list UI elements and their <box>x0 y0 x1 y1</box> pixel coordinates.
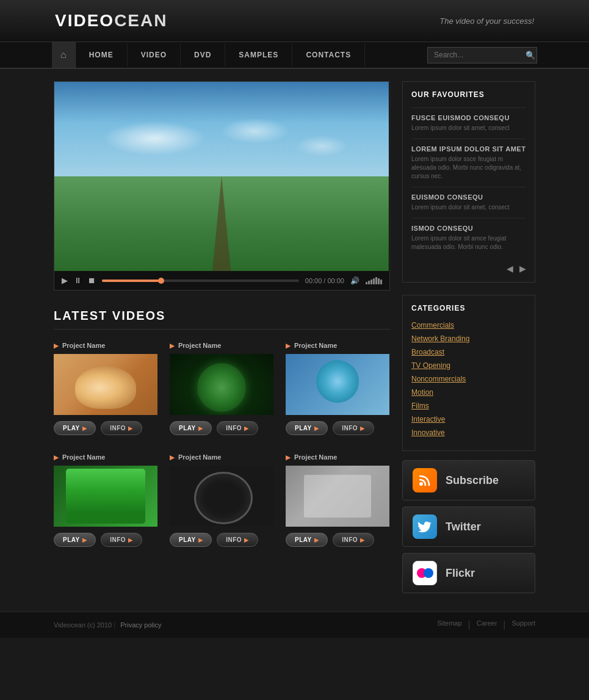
progress-bar[interactable] <box>102 280 299 282</box>
play-button-5[interactable]: PLAY ▶ <box>170 533 212 547</box>
video-actions-6: PLAY ▶ INFO ▶ <box>286 533 389 547</box>
video-thumb-2[interactable] <box>170 354 273 415</box>
video-card-2: ▶ Project Name PLAY ▶ INFO ▶ <box>170 342 273 435</box>
cat-commercials[interactable]: Commercials <box>411 321 526 330</box>
cat-noncommercials[interactable]: Noncommercials <box>411 375 526 383</box>
svg-point-0 <box>419 482 423 486</box>
fav-next-button[interactable]: ▶ <box>519 264 526 273</box>
logo-suffix: CEAN <box>114 11 167 30</box>
video-player: ▶ ⏸ ⏹ 00:00 / 00:00 🔊 <box>54 81 390 290</box>
subscribe-button[interactable]: Subscribe <box>402 460 535 500</box>
header: VIDEOCEAN The video of your success! <box>0 0 589 42</box>
video-thumb-5[interactable] <box>170 466 273 527</box>
fav-title-3: EUISMOD CONSEQU <box>411 193 526 201</box>
video-actions-5: PLAY ▶ INFO ▶ <box>170 533 273 547</box>
flickr-button[interactable]: Flickr <box>402 553 535 593</box>
video-thumb-6[interactable] <box>286 466 389 527</box>
cat-interactive[interactable]: Interactive <box>411 415 526 424</box>
nav-item-video[interactable]: VIDEO <box>128 43 181 67</box>
fav-item-4: ISMOD CONSEQU Lorem ipsum dolor sit amce… <box>411 218 526 258</box>
info-button-6[interactable]: INFO ▶ <box>333 533 374 547</box>
flickr-icon <box>413 561 437 585</box>
cat-films[interactable]: Films <box>411 402 526 410</box>
volume-bars <box>366 277 382 284</box>
cat-innovative[interactable]: Innovative <box>411 428 526 437</box>
arrow-icon-3: ▶ <box>286 342 291 349</box>
video-card-3: ▶ Project Name PLAY ▶ INFO ▶ <box>286 342 389 435</box>
nav-item-contacts[interactable]: CONTACTS <box>292 43 365 67</box>
vol-bar-6 <box>378 278 380 284</box>
video-controls: ▶ ⏸ ⏹ 00:00 / 00:00 🔊 <box>54 271 389 290</box>
cat-network-branding[interactable]: Network Branding <box>411 334 526 343</box>
video-card-title-3: ▶ Project Name <box>286 342 389 349</box>
navigation: ⌂ HOME VIDEO DVD SAMPLES CONTACTS 🔍 <box>0 42 589 69</box>
footer-career-link[interactable]: Career <box>477 619 497 630</box>
volume-icon[interactable]: 🔊 <box>350 276 360 285</box>
subscribe-label: Subscribe <box>446 474 499 487</box>
fav-navigation: ◀ ▶ <box>411 258 526 273</box>
video-screen <box>54 82 389 271</box>
info-button-4[interactable]: INFO ▶ <box>101 533 142 547</box>
flickr-label: Flickr <box>446 567 475 580</box>
cat-broadcast[interactable]: Broadcast <box>411 348 526 356</box>
search-input[interactable] <box>434 51 526 59</box>
footer-left: Videocean (c) 2010 | Privacy policy <box>54 621 164 629</box>
svg-point-2 <box>424 568 433 578</box>
twitter-label: Twitter <box>446 521 481 533</box>
vol-bar-2 <box>368 281 370 284</box>
rss-icon <box>413 468 437 493</box>
nav-item-home[interactable]: HOME <box>76 43 128 67</box>
footer-privacy-link[interactable]: Privacy policy <box>120 621 161 629</box>
video-thumb-3[interactable] <box>286 354 389 415</box>
video-card-title-4: ▶ Project Name <box>54 453 157 461</box>
nav-item-dvd[interactable]: DVD <box>181 43 225 67</box>
favourites-box: OUR FAVOURITES FUSCE EUISMOD CONSEQU Lor… <box>402 81 535 283</box>
fav-title-4: ISMOD CONSEQU <box>411 225 526 232</box>
video-actions-2: PLAY ▶ INFO ▶ <box>170 421 273 435</box>
pause-button[interactable]: ⏸ <box>74 276 82 285</box>
video-actions-4: PLAY ▶ INFO ▶ <box>54 533 157 547</box>
fav-item-1: FUSCE EUISMOD CONSEQU Lorem ipsum dolor … <box>411 107 526 139</box>
video-card-5: ▶ Project Name PLAY ▶ INFO ▶ <box>170 453 273 547</box>
video-card-title-5: ▶ Project Name <box>170 453 273 461</box>
footer-sitemap-link[interactable]: Sitemap <box>437 619 461 630</box>
play-button-2[interactable]: PLAY ▶ <box>170 421 212 435</box>
nav-home-button[interactable]: ⌂ <box>52 42 76 68</box>
fav-prev-button[interactable]: ◀ <box>507 264 513 273</box>
video-thumb-4[interactable] <box>54 466 157 527</box>
favourites-title: OUR FAVOURITES <box>411 90 526 99</box>
play-button[interactable]: ▶ <box>62 276 68 285</box>
info-button-5[interactable]: INFO ▶ <box>217 533 258 547</box>
play-button-6[interactable]: PLAY ▶ <box>286 533 328 547</box>
video-card-title-1: ▶ Project Name <box>54 342 157 349</box>
stop-button[interactable]: ⏹ <box>88 276 96 285</box>
videos-grid: ▶ Project Name PLAY ▶ INFO ▶ <box>54 342 390 547</box>
search-icon[interactable]: 🔍 <box>526 51 535 60</box>
vol-bar-1 <box>366 282 367 284</box>
cat-motion[interactable]: Motion <box>411 388 526 397</box>
play-button-4[interactable]: PLAY ▶ <box>54 533 96 547</box>
cat-tv-opening[interactable]: TV Opening <box>411 361 526 370</box>
play-button-3[interactable]: PLAY ▶ <box>286 421 328 435</box>
info-button-1[interactable]: INFO ▶ <box>101 421 142 435</box>
logo-prefix: VIDEO <box>55 11 114 30</box>
fav-desc-1: Lorem ipsum dolor sit amet, consect <box>411 124 526 132</box>
logo: VIDEOCEAN <box>55 11 167 31</box>
play-button-1[interactable]: PLAY ▶ <box>54 421 96 435</box>
vol-bar-5 <box>375 277 377 284</box>
video-card-1: ▶ Project Name PLAY ▶ INFO ▶ <box>54 342 157 435</box>
twitter-icon <box>413 514 437 539</box>
latest-videos-title: LATEST VIDEOS <box>54 309 390 330</box>
footer: Videocean (c) 2010 | Privacy policy Site… <box>0 612 589 638</box>
progress-dot <box>158 278 164 284</box>
info-button-3[interactable]: INFO ▶ <box>333 421 374 435</box>
twitter-button[interactable]: Twitter <box>402 507 535 547</box>
main-content: ▶ ⏸ ⏹ 00:00 / 00:00 🔊 <box>0 69 589 612</box>
nav-item-samples[interactable]: SAMPLES <box>225 43 292 67</box>
footer-support-link[interactable]: Support <box>511 619 535 630</box>
vol-bar-4 <box>373 278 375 284</box>
fav-item-2: LOREM IPSUM DOLOR SIT AMET Lorem ipsum d… <box>411 139 526 187</box>
info-button-2[interactable]: INFO ▶ <box>217 421 258 435</box>
arrow-icon-1: ▶ <box>54 342 59 349</box>
video-thumb-1[interactable] <box>54 354 157 415</box>
